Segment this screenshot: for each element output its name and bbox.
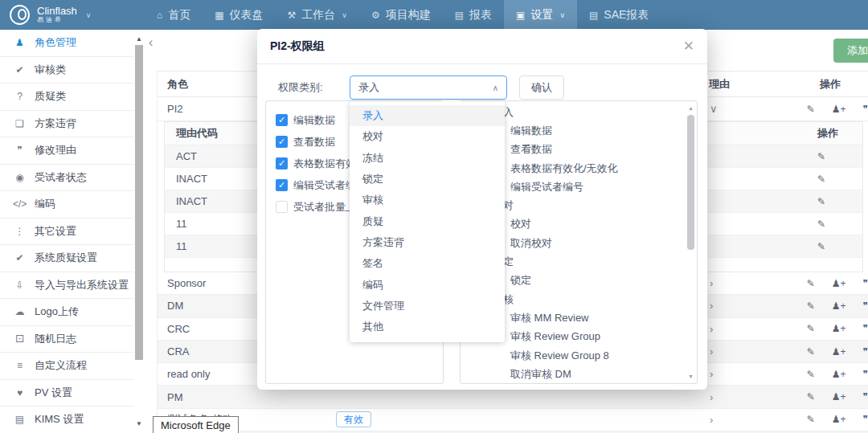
sidebar-item-query-category[interactable]: ? 质疑类 [0,84,133,111]
edit-icon[interactable]: ✎ [817,241,825,252]
close-icon[interactable]: ✕ [683,39,694,53]
sidebar-item-coding[interactable]: </> 编码 [0,191,133,219]
checkbox[interactable]: ✓ [276,179,288,191]
chevron-right-icon[interactable]: › [710,323,738,335]
arrow-up-icon[interactable]: ▲ [133,35,145,43]
sidebar-item-logo-upload[interactable]: ☁ Logo上传 [0,299,133,326]
user-add-icon[interactable]: ♟+ [832,278,846,289]
arrow-down-icon[interactable]: ▼ [133,420,145,427]
permission-tree-item[interactable]: 取消审核 DM [461,365,697,383]
brand-menu[interactable]: Clinflash 易迪希 ∨ [0,5,145,25]
nav-item-sae-reports[interactable]: ▤ SAE报表 [577,0,661,30]
dropdown-option[interactable]: 校对 [350,126,505,147]
edit-icon[interactable]: ✎ [817,196,825,207]
server-icon: ▤ [13,414,27,425]
chevron-right-icon[interactable]: › [710,391,738,403]
sidebar-item-label: 角色管理 [35,35,76,50]
edit-icon[interactable]: ✎ [817,151,825,162]
chevron-right-icon[interactable]: › [710,277,738,289]
edit-icon[interactable]: ✎ [807,414,815,425]
user-add-icon[interactable]: ♟+ [832,300,846,312]
dropdown-option[interactable]: 其他 [350,317,505,337]
edit-icon[interactable]: ✎ [817,219,825,230]
nav-item-project-build[interactable]: ⚙ 项目构建 [359,0,443,30]
chevron-right-icon[interactable]: › [710,368,738,380]
brand-name: Clinflash [37,6,77,17]
dropdown-option[interactable]: 冻结 [350,148,505,169]
user-add-icon[interactable]: ♟+ [832,323,846,334]
scrollbar-thumb[interactable] [135,45,143,360]
chat-icon[interactable]: ❞ [863,278,868,289]
user-add-icon[interactable]: ♟+ [832,104,846,115]
checkbox[interactable]: ✓ [276,157,288,170]
edit-icon[interactable]: ✎ [807,323,815,334]
edit-icon[interactable]: ✎ [807,278,815,289]
dropdown-option[interactable]: 质疑 [350,210,505,231]
sidebar-item-kims-settings[interactable]: ▤ KIMS 设置 [0,406,133,433]
dropdown-option[interactable]: 编码 [350,274,505,295]
dropdown-option[interactable]: 审核 [350,190,505,210]
confirm-button[interactable]: 确认 [519,76,564,100]
nav-item-reports[interactable]: ▤ 报表 [443,0,504,30]
caret-down-icon[interactable]: ∨ [710,103,738,115]
sidebar-item-modify-reason[interactable]: ❞ 修改理由 [0,137,133,165]
chevron-right-icon[interactable]: › [710,300,738,312]
permission-tree-item[interactable]: 审核 Review Group 8 [461,346,697,365]
checkbox[interactable]: ✓ [276,114,288,126]
add-button[interactable]: 添加 [833,39,868,63]
sidebar: ♟ 角色管理 ✔ 审核类 ? 质疑类 ❏ 方案违背 ❞ 修改理由 ◉ 受试者状态… [0,30,133,433]
edit-icon[interactable]: ✎ [807,369,815,380]
chevron-right-icon[interactable]: › [710,414,738,426]
chat-icon[interactable]: ❞ [863,391,868,402]
sidebar-item-import-export-settings[interactable]: ⇩ 导入与导出系统设置 [0,272,133,300]
chat-icon[interactable]: ❞ [863,104,868,115]
edit-icon[interactable]: ✎ [817,174,825,185]
chevron-left-icon[interactable]: ‹ [149,35,153,50]
arrow-down-icon[interactable]: ▼ [686,374,696,379]
arrow-up-icon[interactable]: ▲ [686,105,696,111]
checkbox[interactable] [276,201,288,213]
chat-icon[interactable]: ❞ [863,414,868,425]
user-add-icon[interactable]: ♟+ [832,346,846,357]
chat-icon[interactable]: ❞ [863,346,868,357]
edit-icon[interactable]: ✎ [807,346,815,357]
edit-icon[interactable]: ✎ [807,104,815,115]
edit-icon[interactable]: ✎ [807,391,815,402]
nav-item-dashboard[interactable]: ▦ 仪表盘 [203,0,275,30]
dropdown-option[interactable]: 方案违背 [350,232,505,253]
sidebar-item-review-category[interactable]: ✔ 审核类 [0,57,133,84]
checkbox[interactable]: ✓ [276,136,288,148]
user-add-icon[interactable]: ♟+ [832,391,846,402]
dropdown-option[interactable]: 文件管理 [350,296,505,317]
brand-text: Clinflash 易迪希 [37,6,77,24]
user-add-icon[interactable]: ♟+ [832,369,846,380]
scrollbar-thumb[interactable] [687,115,694,250]
table-row[interactable]: 测试角色-修改 有效 › ✎ ♟+ ❞ [158,409,868,431]
edit-icon[interactable]: ✎ [807,300,815,312]
sidebar-item-other-settings[interactable]: ⋮ 其它设置 [0,219,133,246]
dropdown-option[interactable]: 录入 [350,105,505,126]
chat-icon[interactable]: ❞ [863,300,868,312]
row-actions: ✎ ♟+ ❞ [738,278,868,289]
dropdown-option[interactable]: 签名 [350,253,505,274]
sidebar-item-role-management[interactable]: ♟ 角色管理 [0,30,133,57]
chat-icon[interactable]: ❞ [863,369,868,380]
check-icon: ✔ [13,64,27,76]
nav-item-home[interactable]: ⌂ 首页 [145,0,203,30]
sidebar-item-protocol-deviation[interactable]: ❏ 方案违背 [0,111,133,138]
user-add-icon[interactable]: ♟+ [832,414,846,425]
nav-item-settings[interactable]: ▣ 设置 ∨ [504,0,577,30]
sidebar-item-label: 系统质疑设置 [35,251,97,265]
chevron-right-icon[interactable]: › [710,345,738,357]
sidebar-item-custom-flow[interactable]: ≡ 自定义流程 [0,353,133,380]
permission-type-select[interactable]: 录入 ∧ [350,76,507,100]
subtable-action-header: 操作 [817,126,862,141]
sidebar-item-pv-settings[interactable]: ♥ PV 设置 [0,380,133,407]
sidebar-item-system-query-settings[interactable]: ✔ 系统质疑设置 [0,245,133,272]
dropdown-option[interactable]: 锁定 [350,169,505,190]
nav-item-workbench[interactable]: ⚒ 工作台 ∨ [276,0,359,30]
permission-type-label: 权限类别: [278,80,344,95]
sidebar-item-subject-status[interactable]: ◉ 受试者状态 [0,165,133,192]
chat-icon[interactable]: ❞ [863,323,868,334]
sidebar-item-random-log[interactable]: ⚀ 随机日志 [0,326,133,353]
